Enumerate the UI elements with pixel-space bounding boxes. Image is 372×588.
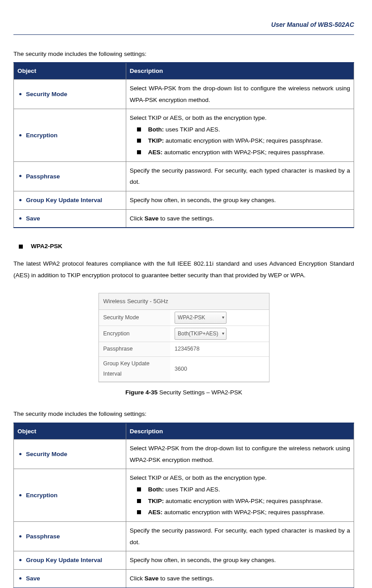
figure-row: Passphrase12345678 — [99, 342, 269, 356]
table-row: SaveClick Save to save the settings. — [14, 209, 354, 228]
desc-list-item: AES: automatic encryption with WPA2-PSK;… — [130, 147, 350, 158]
object-cell: Passphrase — [14, 161, 126, 191]
description-cell: Click Save to save the settings. — [126, 569, 354, 588]
object-cell: Encryption — [14, 109, 126, 162]
page-header: User Manual of WBS-502AC — [13, 19, 354, 31]
desc-list-item: Both: uses TKIP and AES. — [130, 124, 350, 135]
figure-field-label: Encryption — [99, 326, 171, 342]
object-cell: Security Mode — [14, 440, 126, 469]
table-row: PassphraseSpecify the security password.… — [14, 161, 354, 191]
description-cell: Select TKIP or AES, or both as the encry… — [126, 469, 354, 522]
square-bullet-icon — [137, 150, 141, 154]
figure-field-value: Both(TKIP+AES) — [170, 326, 269, 342]
table-row: Security ModeSelect WPA-PSK from the dro… — [14, 79, 354, 109]
square-bullet-icon — [137, 499, 141, 503]
object-cell: Passphrase — [14, 522, 126, 551]
th-description: Description — [126, 63, 354, 79]
description-cell: Select WPA-PSK from the drop-down list t… — [126, 79, 354, 109]
description-cell: Specify how often, in seconds, the group… — [126, 551, 354, 570]
figure-caption: Figure 4-35 Security Settings – WPA2-PSK — [13, 387, 354, 398]
table-row: PassphraseSpecify the security password.… — [14, 522, 354, 551]
figure-field-value: 3600 — [170, 356, 269, 382]
desc-lead: Select TKIP or AES, or both as the encry… — [130, 112, 350, 124]
header-rule — [13, 34, 354, 35]
bullet-icon — [19, 217, 21, 220]
select-control[interactable]: Both(TKIP+AES) — [175, 328, 227, 340]
figure-field-value: 12345678 — [170, 342, 269, 356]
bullet-icon — [19, 494, 21, 496]
description-cell: Click Save to save the settings. — [126, 209, 354, 228]
bullet-icon — [19, 134, 21, 136]
figure-row: EncryptionBoth(TKIP+AES) — [99, 326, 269, 342]
bullet-icon — [19, 175, 21, 177]
figure-caption-num: Figure 4-35 — [125, 389, 158, 396]
description-cell: Specify how often, in seconds, the group… — [126, 191, 354, 210]
intro-text-2: The security mode includes the following… — [13, 408, 354, 420]
bullet-icon — [19, 559, 21, 561]
table-row: EncryptionSelect TKIP or AES, or both as… — [14, 469, 354, 522]
th-object: Object — [14, 63, 126, 79]
desc-list-item: Both: uses TKIP and AES. — [130, 484, 350, 495]
figure-title: Wireless Security - 5GHz — [99, 293, 269, 310]
section-body: The latest WPA2 protocol features compli… — [13, 258, 354, 281]
desc-list-item: TKIP: automatic encryption with WPA-PSK;… — [130, 135, 350, 147]
figure-caption-text: Security Settings – WPA2-PSK — [158, 389, 242, 396]
th-object: Object — [14, 423, 126, 440]
figure-field-value: WPA2-PSK — [170, 310, 269, 326]
figure-panel: Wireless Security - 5GHz Security ModeWP… — [98, 293, 269, 383]
figure-table: Security ModeWPA2-PSKEncryptionBoth(TKIP… — [99, 310, 269, 382]
settings-table-2: Object Description Security ModeSelect W… — [13, 423, 354, 588]
description-cell: Specify the security password. For secur… — [126, 161, 354, 191]
bullet-icon — [19, 453, 21, 455]
square-bullet-icon — [137, 510, 141, 514]
table-row: EncryptionSelect TKIP or AES, or both as… — [14, 109, 354, 162]
th-description: Description — [126, 423, 354, 440]
figure-field-label: Passphrase — [99, 342, 171, 356]
description-cell: Select WPA2-PSK from the drop-down list … — [126, 440, 354, 469]
desc-list-item: AES: automatic encryption with WPA2-PSK;… — [130, 507, 350, 518]
section-heading: WPA2-PSK — [13, 241, 354, 252]
figure-field-label: Security Mode — [99, 310, 171, 326]
select-control[interactable]: WPA2-PSK — [175, 312, 227, 324]
intro-text-1: The security mode includes the following… — [13, 48, 354, 60]
figure-row: Group Key Update Interval3600 — [99, 356, 269, 382]
object-cell: Security Mode — [14, 79, 126, 109]
square-bullet-icon — [137, 139, 141, 143]
bullet-icon — [19, 93, 21, 95]
figure-field-label: Group Key Update Interval — [99, 356, 171, 382]
object-cell: Save — [14, 209, 126, 228]
figure-row: Security ModeWPA2-PSK — [99, 310, 269, 326]
object-cell: Save — [14, 569, 126, 588]
bullet-icon — [19, 199, 21, 201]
table-row: Group Key Update IntervalSpecify how oft… — [14, 551, 354, 570]
bullet-icon — [19, 535, 21, 537]
object-cell: Group Key Update Interval — [14, 191, 126, 210]
table-row: Group Key Update IntervalSpecify how oft… — [14, 191, 354, 210]
table-row: Security ModeSelect WPA2-PSK from the dr… — [14, 440, 354, 469]
table-row: SaveClick Save to save the settings. — [14, 569, 354, 588]
section-heading-text: WPA2-PSK — [31, 241, 62, 252]
square-bullet-icon — [137, 127, 141, 131]
desc-list-item: TKIP: automatic encryption with WPA-PSK;… — [130, 495, 350, 507]
description-cell: Specify the security password. For secur… — [126, 522, 354, 551]
object-cell: Group Key Update Interval — [14, 551, 126, 570]
object-cell: Encryption — [14, 469, 126, 522]
desc-lead: Select TKIP or AES, or both as the encry… — [130, 472, 350, 484]
description-cell: Select TKIP or AES, or both as the encry… — [126, 109, 354, 162]
bullet-icon — [19, 577, 21, 580]
square-bullet-icon — [137, 487, 141, 491]
settings-table-1: Object Description Security ModeSelect W… — [13, 62, 354, 228]
square-bullet-icon — [19, 245, 23, 249]
